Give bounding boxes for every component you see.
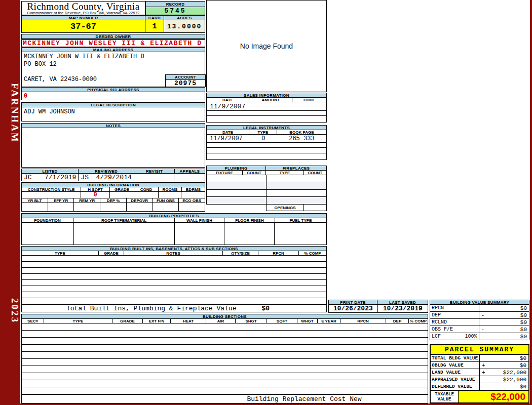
appeals-value bbox=[174, 174, 205, 181]
map-card-acres-values: 37-67 1 13.0000 bbox=[21, 20, 205, 33]
legal-description-label: LEGAL DESCRIPTION bbox=[21, 102, 205, 107]
empty-row bbox=[21, 338, 428, 345]
openings-count bbox=[304, 205, 327, 211]
empty-row bbox=[206, 143, 327, 148]
building-properties-title: BUILDING PROPERTIES bbox=[21, 213, 327, 218]
parcel-row: DEFERRED VALUE -$0 bbox=[430, 383, 529, 390]
print-info-headers: PRINT DATE LAST SAVED bbox=[328, 300, 428, 305]
plumbing-fireplaces-headers: FIXTURE COUNT TYPE COUNT bbox=[206, 171, 327, 175]
county-header: Richmond County, Virginia Commissioner o… bbox=[21, 1, 145, 15]
empty-row bbox=[206, 197, 327, 205]
legal-description-value: ADJ WM JOHNSON bbox=[21, 107, 205, 122]
tax-year-label: 2023 bbox=[0, 293, 20, 329]
built-ins-total-value: $0 bbox=[261, 305, 326, 312]
building-info-values-2 bbox=[21, 203, 205, 212]
taxable-value: $22,000 bbox=[459, 391, 528, 402]
property-photo-placeholder: No Image Found bbox=[206, 0, 327, 92]
parcel-row: TOTAL BLDG VALUE $0 bbox=[430, 355, 529, 362]
mailing-line: PO BOX 12 bbox=[22, 61, 205, 68]
construction-style-value bbox=[22, 192, 81, 198]
openings-row: OPENINGS bbox=[266, 205, 327, 211]
empty-row bbox=[21, 387, 428, 394]
listed-label: LISTED bbox=[21, 169, 79, 174]
empty-row bbox=[206, 190, 327, 197]
appeals-label: APPEALS bbox=[175, 169, 205, 174]
empty-row bbox=[21, 298, 327, 304]
notes-value bbox=[21, 128, 205, 168]
empty-row bbox=[206, 153, 327, 160]
bdrms-value bbox=[181, 192, 205, 198]
county-title: Richmond County, Virginia bbox=[22, 2, 145, 11]
empty-row bbox=[206, 148, 327, 153]
empty-row bbox=[21, 323, 428, 331]
review-headers: LISTED REVIEWED REVISIT APPEALS bbox=[21, 169, 205, 174]
deeded-owner-label: DEEDED OWNER bbox=[21, 34, 205, 39]
plumbing-title: PLUMBING bbox=[206, 166, 266, 171]
account-number: 20975 bbox=[165, 80, 206, 87]
sale-date: 11/9/2007 bbox=[207, 103, 249, 110]
cond-value bbox=[134, 192, 159, 198]
empty-row bbox=[21, 292, 327, 298]
empty-row bbox=[21, 366, 428, 373]
empty-row bbox=[21, 380, 428, 387]
empty-row bbox=[206, 182, 327, 190]
empty-row bbox=[21, 262, 327, 268]
empty-row bbox=[206, 175, 327, 182]
revisit-value bbox=[134, 174, 175, 181]
mailing-line: MCKINNEY JOHN W III & ELIZABETH D bbox=[22, 53, 205, 61]
instrument-date: 11/9/2007 bbox=[207, 135, 249, 142]
built-ins-rows bbox=[21, 256, 327, 304]
reviewed-value: JS 4/29/2014 bbox=[79, 174, 134, 181]
instrument-book-page: 265 333 bbox=[277, 135, 326, 142]
empty-row bbox=[21, 331, 428, 338]
parcel-row: APPRAISED VALUE $22,000 bbox=[430, 376, 529, 383]
built-ins-title: BUILDING BUILT INS, BASEMENTS, ATTICS & … bbox=[21, 246, 327, 251]
physical-911-value: 0 bbox=[21, 92, 205, 100]
record-number: 5745 bbox=[145, 7, 205, 15]
legal-instruments-title: LEGAL INSTRUMENTS bbox=[206, 125, 327, 130]
openings-label: OPENINGS bbox=[266, 205, 304, 211]
physical-911-label: PHYSICAL 911 ADDRESS bbox=[21, 87, 205, 92]
h-sqft-value: 0 bbox=[81, 192, 110, 198]
taxable-value-row: TAXABLE VALUE $22,000 bbox=[430, 390, 529, 403]
built-ins-total-row: Total Built Ins, Plumbing & Fireplace Va… bbox=[21, 304, 327, 312]
fireplaces-title: FIREPLACES bbox=[266, 166, 327, 171]
empty-row bbox=[21, 345, 428, 352]
building-info-headers-1: CONSTRUCTION STYLE H SQFT GRADE COND ROO… bbox=[21, 187, 205, 192]
building-value-summary-rows: RPCN $0 DEP -$0 RCLND $0 OBS F/E -$0 LCF… bbox=[430, 305, 529, 340]
notes-label: NOTES bbox=[21, 123, 205, 128]
grade-value bbox=[110, 192, 134, 198]
revisit-label: REVISIT bbox=[134, 169, 175, 174]
instrument-type: D bbox=[249, 135, 277, 142]
record-label: RECORD bbox=[145, 1, 205, 7]
empty-row bbox=[21, 280, 327, 286]
empty-row bbox=[21, 256, 327, 262]
building-value-summary-title: BUILDING VALUE SUMMARY bbox=[430, 300, 529, 305]
acres-label: ACRES bbox=[164, 15, 205, 20]
card-content: Richmond County, Virginia Commissioner o… bbox=[20, 0, 530, 403]
reviewed-date: 4/29/2014 bbox=[96, 174, 132, 181]
legal-instruments-headers: DATE TYPE BOOK PAGE bbox=[206, 130, 327, 135]
summary-row: LCF100% $0 bbox=[430, 333, 529, 340]
card-number-value: 1 bbox=[145, 20, 164, 33]
map-card-acres-headers: MAP NUMBER CARD ACRES bbox=[21, 15, 205, 20]
sales-headers: DATE AMOUNT CODE bbox=[206, 98, 327, 102]
empty-row bbox=[21, 268, 327, 274]
mailing-address-block: MCKINNEY JOHN W III & ELIZABETH D PO BOX… bbox=[21, 52, 205, 87]
building-properties-headers: FOUNDATION ROOF TYPE/MATERIAL WALL FINIS… bbox=[21, 218, 327, 223]
building-information-title: BUILDING INFORMATION bbox=[21, 182, 205, 187]
empty-row bbox=[21, 359, 428, 366]
account-box: ACCOUNT 20975 bbox=[165, 74, 206, 87]
building-sections-headers: SEC# TYPE GRADE EXT FIN HEAT AIR SHGT SQ… bbox=[21, 319, 428, 323]
mailing-address-label: MAILING ADDRESS bbox=[21, 48, 205, 52]
building-properties-values bbox=[21, 223, 327, 245]
reviewed-label: REVIEWED bbox=[79, 169, 134, 174]
county-subtitle: Commissioner of the Revenue, PO Box 366,… bbox=[23, 11, 143, 15]
map-number-label: MAP NUMBER bbox=[21, 15, 145, 20]
summary-row: OBS F/E -$0 bbox=[430, 326, 529, 333]
empty-row bbox=[206, 116, 327, 123]
empty-row bbox=[21, 373, 428, 380]
parcel-summary: PARCEL SUMMARY TOTAL BLDG VALUE $0 OBLDG… bbox=[430, 344, 529, 403]
taxable-value-label: TAXABLE VALUE bbox=[431, 391, 459, 402]
building-sections-title: BUILDING SECTIONS bbox=[21, 314, 428, 319]
